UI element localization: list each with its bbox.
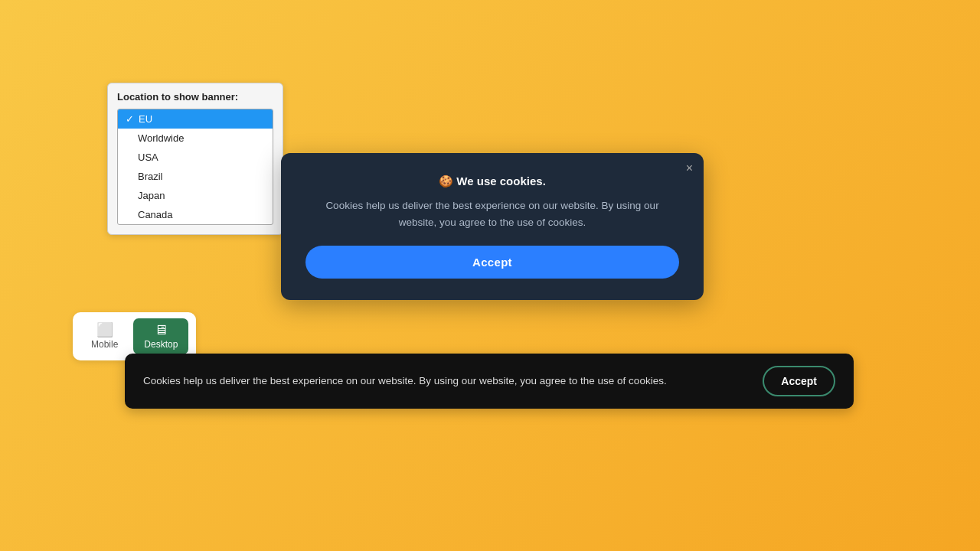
location-dropdown[interactable]: ✓ EU Worldwide USA Brazil Japan Canada [117, 109, 273, 225]
dropdown-option-worldwide[interactable]: Worldwide [118, 129, 273, 148]
desktop-label: Desktop [144, 339, 178, 350]
location-label: Location to show banner: [117, 91, 273, 103]
modal-body-text: Cookies help us deliver the best experie… [305, 197, 679, 230]
dropdown-option-japan[interactable]: Japan [118, 186, 273, 205]
cookie-modal: × 🍪 We use cookies. Cookies help us deli… [281, 153, 704, 300]
mobile-icon: ⬜ [96, 323, 113, 337]
dropdown-option-eu[interactable]: ✓ EU [118, 109, 273, 129]
bottom-banner-text: Cookies help us deliver the best experie… [143, 373, 744, 389]
desktop-toggle-button[interactable]: 🖥 Desktop [133, 318, 188, 354]
dropdown-option-canada[interactable]: Canada [118, 205, 273, 224]
modal-accept-button[interactable]: Accept [305, 246, 679, 279]
bottom-cookie-banner: Cookies help us deliver the best experie… [125, 354, 854, 409]
check-icon: ✓ [126, 113, 134, 125]
mobile-label: Mobile [91, 339, 118, 350]
modal-title: 🍪 We use cookies. [305, 174, 679, 188]
dropdown-option-usa[interactable]: USA [118, 148, 273, 167]
desktop-icon: 🖥 [154, 323, 168, 337]
modal-close-button[interactable]: × [686, 162, 693, 174]
location-panel: Location to show banner: ✓ EU Worldwide … [107, 83, 283, 235]
bottom-accept-button[interactable]: Accept [763, 366, 835, 396]
dropdown-option-brazil[interactable]: Brazil [118, 167, 273, 186]
mobile-toggle-button[interactable]: ⬜ Mobile [80, 318, 129, 354]
